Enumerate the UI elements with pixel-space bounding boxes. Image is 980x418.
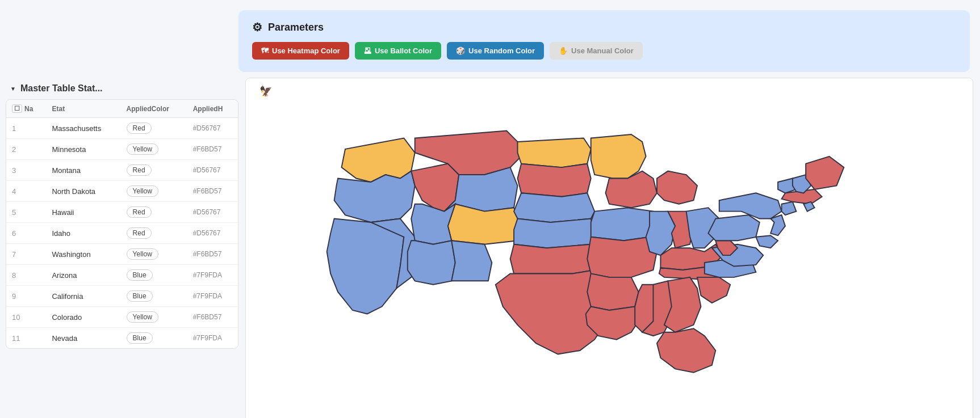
states-table: ☐ Na Etat AppliedColor AppliedH 1 Massac… bbox=[6, 100, 238, 348]
random-icon: 🎲 bbox=[456, 47, 465, 55]
main-content: ▼ Master Table Stat... ☐ Na Eta bbox=[0, 78, 980, 418]
state-name: Colorado bbox=[46, 307, 120, 328]
color-badge: Yellow bbox=[127, 248, 158, 260]
table-row: 6 Idaho Red #D56767 bbox=[6, 223, 238, 244]
state-pennsylvania[interactable] bbox=[708, 215, 759, 240]
state-north-dakota[interactable] bbox=[518, 138, 591, 167]
state-kansas[interactable] bbox=[514, 219, 594, 248]
row-number: 8 bbox=[6, 265, 46, 286]
state-florida[interactable] bbox=[657, 328, 715, 373]
color-badge: Yellow bbox=[127, 143, 158, 155]
heatmap-icon: 🗺 bbox=[261, 47, 269, 55]
collapse-triangle[interactable]: ▼ bbox=[10, 86, 16, 92]
color-badge: Red bbox=[127, 164, 152, 176]
hex-value: #D56767 bbox=[187, 202, 238, 223]
state-arizona[interactable] bbox=[408, 240, 455, 285]
data-table-container: ☐ Na Etat AppliedColor AppliedH 1 Massac… bbox=[6, 99, 238, 349]
row-number: 3 bbox=[6, 160, 46, 181]
row-number: 10 bbox=[6, 307, 46, 328]
state-california[interactable] bbox=[327, 219, 404, 314]
row-number: 1 bbox=[6, 118, 46, 139]
state-nebraska[interactable] bbox=[514, 193, 594, 222]
state-name: Hawaii bbox=[46, 202, 120, 223]
state-south-carolina[interactable] bbox=[697, 277, 730, 303]
ballot-color-button[interactable]: 🗳 Use Ballot Color bbox=[355, 42, 441, 60]
color-badge-cell: Red bbox=[121, 223, 187, 244]
hex-value: #F6BD57 bbox=[187, 307, 238, 328]
hex-value: #7F9FDA bbox=[187, 286, 238, 307]
state-connecticut[interactable] bbox=[782, 202, 797, 215]
state-new-york[interactable] bbox=[719, 193, 782, 218]
color-badge: Blue bbox=[127, 269, 153, 281]
hex-value: #D56767 bbox=[187, 223, 238, 244]
state-name: Massachusetts bbox=[46, 118, 120, 139]
col-na: ☐ Na bbox=[6, 100, 46, 118]
state-missouri[interactable] bbox=[587, 237, 657, 277]
state-name: Montana bbox=[46, 160, 120, 181]
state-michigan[interactable] bbox=[657, 171, 697, 204]
table-row: 1 Massachusetts Red #D56767 bbox=[6, 118, 238, 139]
state-south-dakota[interactable] bbox=[518, 164, 591, 197]
state-name: Arizona bbox=[46, 265, 120, 286]
color-badge-cell: Blue bbox=[121, 286, 187, 307]
left-panel: ▼ Master Table Stat... ☐ Na Eta bbox=[0, 78, 238, 418]
hex-value: #D56767 bbox=[187, 118, 238, 139]
table-row: 9 California Blue #7F9FDA bbox=[6, 286, 238, 307]
state-arkansas[interactable] bbox=[587, 273, 638, 310]
hex-value: #D56767 bbox=[187, 160, 238, 181]
ballot-icon: 🗳 bbox=[364, 47, 371, 55]
color-badge-cell: Yellow bbox=[121, 139, 187, 160]
heatmap-color-button[interactable]: 🗺 Use Heatmap Color bbox=[252, 42, 349, 60]
table-row: 5 Hawaii Red #D56767 bbox=[6, 202, 238, 223]
table-row: 10 Colorado Yellow #F6BD57 bbox=[6, 307, 238, 328]
button-row: 🗺 Use Heatmap Color 🗳 Use Ballot Color 🎲… bbox=[252, 42, 956, 60]
app-layout: ⚙ Parameters 🗺 Use Heatmap Color 🗳 Use B… bbox=[0, 0, 980, 418]
row-number: 4 bbox=[6, 181, 46, 202]
table-row: 7 Washington Yellow #F6BD57 bbox=[6, 244, 238, 265]
color-badge-cell: Blue bbox=[121, 265, 187, 286]
table-row: 3 Montana Red #D56767 bbox=[6, 160, 238, 181]
table-row: 11 Nevada Blue #7F9FDA bbox=[6, 328, 238, 349]
bird-icon: 🦅 bbox=[259, 85, 272, 98]
hex-value: #F6BD57 bbox=[187, 139, 238, 160]
manual-icon: ✋ bbox=[559, 47, 568, 55]
color-badge: Yellow bbox=[127, 185, 158, 197]
state-minnesota[interactable] bbox=[591, 134, 646, 179]
col-appliedcolor: AppliedColor bbox=[121, 100, 187, 118]
panel-title-text: Parameters bbox=[268, 22, 324, 33]
color-badge: Blue bbox=[127, 290, 153, 302]
state-maine[interactable] bbox=[806, 157, 844, 189]
hex-value: #7F9FDA bbox=[187, 265, 238, 286]
row-number: 6 bbox=[6, 223, 46, 244]
map-panel: 🦅 bbox=[245, 78, 973, 418]
col-appliedh: AppliedH bbox=[187, 100, 238, 118]
table-row: 2 Minnesota Yellow #F6BD57 bbox=[6, 139, 238, 160]
random-color-button[interactable]: 🎲 Use Random Color bbox=[447, 42, 544, 60]
table-row: 4 North Dakota Yellow #F6BD57 bbox=[6, 181, 238, 202]
state-new-mexico[interactable] bbox=[451, 240, 492, 281]
state-oklahoma[interactable] bbox=[510, 244, 598, 274]
panel-title: ⚙ Parameters bbox=[252, 20, 956, 34]
color-badge: Blue bbox=[127, 332, 153, 344]
state-new-jersey[interactable] bbox=[770, 215, 785, 235]
color-badge-cell: Red bbox=[121, 202, 187, 223]
col-etat: Etat bbox=[46, 100, 120, 118]
color-badge-cell: Yellow bbox=[121, 244, 187, 265]
color-badge: Red bbox=[127, 227, 152, 239]
row-number: 11 bbox=[6, 328, 46, 349]
row-number: 9 bbox=[6, 286, 46, 307]
state-utah[interactable] bbox=[411, 204, 455, 244]
row-number: 2 bbox=[6, 139, 46, 160]
state-maryland[interactable] bbox=[756, 235, 778, 248]
table-body: 1 Massachusetts Red #D56767 2 Minnesota … bbox=[6, 118, 238, 349]
state-name: Washington bbox=[46, 244, 120, 265]
color-badge-cell: Yellow bbox=[121, 181, 187, 202]
color-badge-cell: Red bbox=[121, 160, 187, 181]
state-name: North Dakota bbox=[46, 181, 120, 202]
parameters-panel: ⚙ Parameters 🗺 Use Heatmap Color 🗳 Use B… bbox=[238, 10, 970, 72]
state-name: Nevada bbox=[46, 328, 120, 349]
color-badge-cell: Red bbox=[121, 118, 187, 139]
manual-color-button[interactable]: ✋ Use Manual Color bbox=[550, 42, 643, 60]
color-badge-cell: Yellow bbox=[121, 307, 187, 328]
state-name: California bbox=[46, 286, 120, 307]
